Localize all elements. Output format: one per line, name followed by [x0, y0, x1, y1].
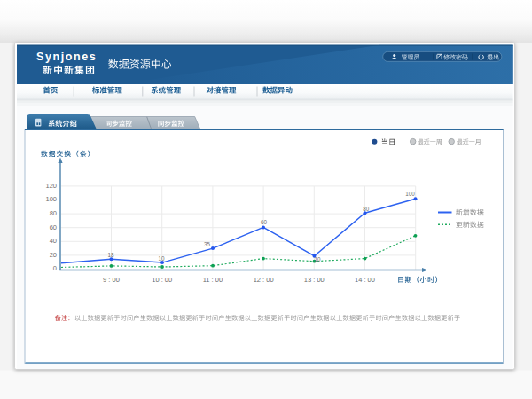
svg-text:10 : 00: 10 : 00 [152, 276, 172, 284]
svg-text:14 : 00: 14 : 00 [355, 276, 375, 284]
svg-text:100: 100 [405, 191, 415, 197]
svg-text:120: 120 [45, 182, 57, 190]
svg-text:11 : 00: 11 : 00 [203, 276, 223, 284]
svg-text:12 : 00: 12 : 00 [254, 276, 274, 284]
svg-text:80: 80 [50, 209, 57, 217]
svg-text:10: 10 [158, 255, 165, 262]
svg-text:60: 60 [50, 223, 57, 231]
svg-text:20: 20 [50, 251, 57, 259]
svg-text:18: 18 [107, 252, 114, 258]
svg-text:80: 80 [363, 206, 370, 212]
svg-text:60: 60 [261, 219, 268, 225]
svg-text:13 : 00: 13 : 00 [304, 276, 325, 284]
svg-text:0: 0 [53, 264, 57, 272]
svg-text:Synjones: Synjones [36, 51, 97, 63]
svg-text:10: 10 [315, 256, 322, 262]
svg-text:35: 35 [204, 241, 211, 247]
svg-text:40: 40 [50, 237, 57, 245]
svg-text:100: 100 [45, 195, 57, 203]
svg-text:9 : 00: 9 : 00 [103, 276, 120, 284]
